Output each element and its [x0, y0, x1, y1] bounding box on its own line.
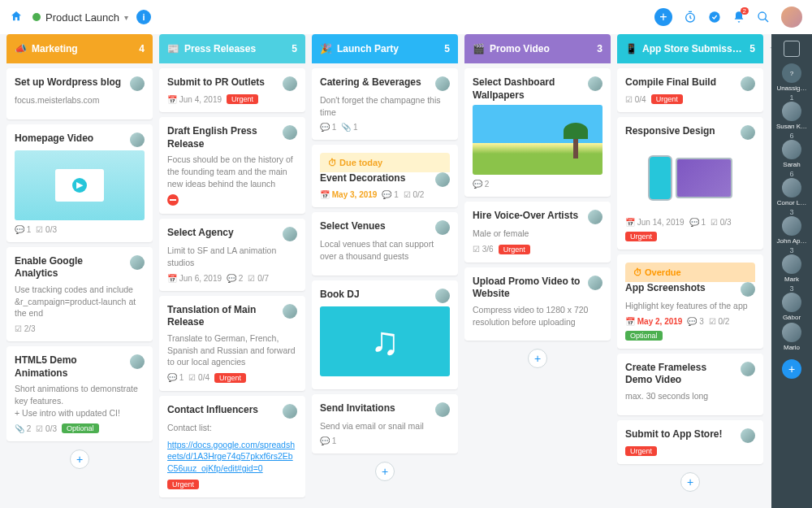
- checklist-count: ☑ 3/6: [473, 245, 494, 254]
- add-card-button[interactable]: +: [528, 349, 547, 368]
- assignee-avatar[interactable]: [435, 289, 450, 303]
- assignee-avatar[interactable]: [435, 76, 450, 91]
- assignee-avatar[interactable]: [283, 227, 297, 241]
- task-card[interactable]: Contact InfluencersContact list:https://…: [159, 396, 305, 497]
- tag-urgent: Urgent: [499, 245, 530, 254]
- member-filter[interactable]: Conor L…3: [776, 178, 807, 216]
- task-card[interactable]: HTML5 Demo AnimationsShort animations to…: [6, 346, 153, 441]
- task-card[interactable]: Responsive Design📅 Jun 14, 2019💬 1☑ 0/3U…: [617, 117, 763, 250]
- add-card-button[interactable]: +: [375, 462, 395, 481]
- member-avatar: [782, 178, 801, 198]
- card-title: App Screenshots: [625, 282, 706, 295]
- notif-badge: 2: [741, 7, 749, 15]
- home-icon[interactable]: [10, 10, 24, 24]
- task-card[interactable]: Upload Promo Video to WebsiteCompress vi…: [464, 267, 611, 341]
- task-card[interactable]: Select AgencyLimit to SF and LA animatio…: [159, 219, 305, 290]
- view-toggle-icon[interactable]: [784, 41, 800, 57]
- column-icon: 📰: [167, 43, 179, 54]
- task-card[interactable]: Send InvitationsSend via email or snail …: [312, 394, 458, 454]
- card-title: Create Frameless Demo Video: [625, 362, 736, 387]
- card-meta: 📅 May 2, 2019💬 3☑ 0/2Optional: [625, 317, 755, 341]
- user-avatar[interactable]: [781, 7, 802, 28]
- task-card[interactable]: Homepage Video▶💬 1☑ 0/3: [6, 124, 153, 242]
- member-filter[interactable]: ?Unassig…1: [776, 63, 807, 102]
- add-button[interactable]: +: [654, 8, 672, 26]
- task-card[interactable]: Hire Voice-Over ArtistsMale or female☑ 3…: [464, 202, 611, 263]
- column-title: Press Releases: [184, 43, 256, 54]
- card-banner: ⏱ Overdue: [625, 263, 755, 282]
- member-name: Gábor: [783, 314, 801, 321]
- timer-icon[interactable]: [684, 11, 697, 24]
- notifications-icon[interactable]: 2: [732, 11, 745, 24]
- member-filter[interactable]: Mark3: [776, 254, 807, 293]
- assignee-avatar[interactable]: [741, 362, 755, 376]
- column-header[interactable]: 🎉Launch Party5: [312, 34, 458, 63]
- column-header[interactable]: 📣Marketing4: [6, 34, 153, 63]
- task-card[interactable]: Submit to PR Outlets📅 Jun 4, 2019Urgent: [159, 68, 305, 112]
- card-title: Set up Wordpress blog: [15, 76, 121, 89]
- assignee-avatar[interactable]: [741, 282, 755, 297]
- column-header[interactable]: 📰Press Releases5: [159, 34, 305, 63]
- task-card[interactable]: Submit to App Store!Urgent: [617, 420, 763, 464]
- assignee-avatar[interactable]: [283, 125, 297, 140]
- assignee-avatar[interactable]: [741, 76, 755, 91]
- member-count: 6: [789, 132, 793, 140]
- assignee-avatar[interactable]: [130, 76, 145, 91]
- task-card[interactable]: Draft English Press ReleaseFocus should …: [159, 117, 305, 214]
- assignee-avatar[interactable]: [588, 76, 603, 91]
- assignee-avatar[interactable]: [283, 76, 297, 91]
- task-card[interactable]: Enable Google AnalyticsUse tracking code…: [6, 247, 153, 341]
- info-icon[interactable]: i: [136, 10, 151, 24]
- comments-count: 💬 1: [167, 373, 184, 382]
- assignee-avatar[interactable]: [283, 404, 297, 419]
- check-circle-icon[interactable]: [708, 11, 721, 24]
- add-member-button[interactable]: +: [782, 359, 801, 379]
- add-card-button[interactable]: +: [680, 472, 700, 492]
- board: 📣Marketing4Set up Wordpress blogfocus.me…: [0, 34, 771, 508]
- task-card[interactable]: ⏱ Due todayEvent Decorations📅 May 3, 201…: [312, 145, 458, 207]
- project-selector[interactable]: Product Launch ▾: [32, 11, 128, 24]
- column-header[interactable]: 📱App Store Submiss…5: [617, 34, 763, 63]
- comments-count: 💬 1: [382, 190, 398, 199]
- card-title: Catering & Beverages: [320, 76, 421, 89]
- assignee-avatar[interactable]: [741, 428, 755, 443]
- card-meta: 💬 1: [320, 436, 450, 445]
- card-desc: Male or female: [473, 228, 603, 240]
- assignee-avatar[interactable]: [588, 210, 603, 224]
- card-desc: focus.meisterlabs.com: [15, 94, 145, 106]
- card-desc: Highlight key features of the app: [625, 300, 755, 312]
- column: 📱App Store Submiss…5Compile Final Build☑…: [617, 34, 763, 501]
- assignee-avatar[interactable]: [588, 276, 603, 290]
- member-filter[interactable]: Susan K…6: [776, 102, 807, 140]
- task-card[interactable]: Book DJ♫: [312, 280, 458, 389]
- assignee-avatar[interactable]: [741, 125, 755, 140]
- assignee-avatar[interactable]: [130, 354, 145, 369]
- assignee-avatar[interactable]: [435, 402, 450, 417]
- member-filter[interactable]: Gábor: [776, 293, 807, 323]
- member-filter[interactable]: Mario: [776, 323, 807, 353]
- task-card[interactable]: ⏱ OverdueApp ScreenshotsHighlight key fe…: [617, 254, 763, 349]
- comments-count: 💬 1: [320, 436, 336, 445]
- task-card[interactable]: Select VenuesLocal venues that can suppo…: [312, 212, 458, 275]
- column-title: App Store Submiss…: [642, 43, 742, 54]
- card-title: Contact Influencers: [167, 404, 258, 417]
- task-card[interactable]: Create Frameless Demo Videomax. 30 secon…: [617, 354, 763, 415]
- assignee-avatar[interactable]: [130, 132, 145, 147]
- task-card[interactable]: Translation of Main ReleaseTranslate to …: [159, 296, 305, 391]
- assignee-avatar[interactable]: [435, 172, 450, 187]
- task-card[interactable]: Catering & BeveragesDon't forget the cha…: [312, 68, 458, 140]
- add-card-button[interactable]: +: [70, 449, 89, 469]
- assignee-avatar[interactable]: [130, 255, 145, 270]
- member-filter[interactable]: John Ap…3: [776, 216, 807, 254]
- column-header[interactable]: 🎬Promo Video3: [464, 34, 611, 63]
- search-icon[interactable]: [757, 11, 770, 24]
- task-card[interactable]: Set up Wordpress blogfocus.meisterlabs.c…: [6, 68, 153, 119]
- card-link[interactable]: https://docs.google.com/spreadsheets/d/1…: [167, 440, 295, 473]
- assignee-avatar[interactable]: [435, 220, 450, 235]
- task-card[interactable]: Select Dashboard Wallpapers💬 2: [464, 68, 611, 197]
- card-title: Responsive Design: [625, 125, 715, 138]
- assignee-avatar[interactable]: [283, 304, 297, 319]
- member-filter[interactable]: Sarah6: [776, 140, 807, 178]
- task-card[interactable]: Compile Final Build☑ 0/4Urgent: [617, 68, 763, 112]
- date-icon: 📅 May 3, 2019: [320, 190, 377, 199]
